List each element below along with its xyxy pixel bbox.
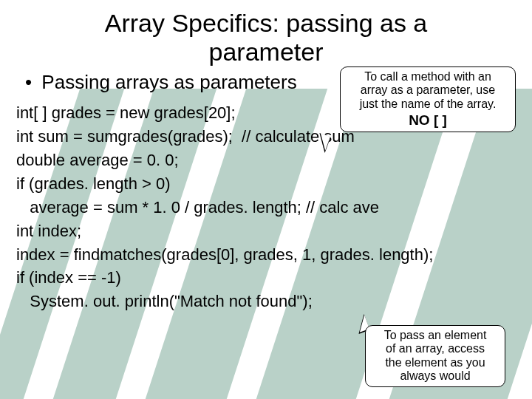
callout-text: To call a method with an <box>348 70 508 83</box>
code-line: int index; <box>16 219 532 243</box>
callout-text: array as a parameter, use <box>348 83 508 97</box>
callout-top: To call a method with an array as a para… <box>340 66 516 132</box>
title-line-1: Array Specifics: passing as a <box>105 9 428 37</box>
code-line: index = findmatches(grades[0], grades, 1… <box>16 243 532 267</box>
bullet-dot-icon: • <box>25 71 32 93</box>
code-line: if (index == -1) <box>16 266 532 290</box>
callout-text: the element as you <box>373 356 497 369</box>
callout-text: To pass an element <box>373 329 497 342</box>
callout-bottom: To pass an element of an array, access t… <box>365 325 505 387</box>
code-sample: int[ ] grades = new grades[20]; int sum … <box>16 101 532 313</box>
callout-text: of an array, access <box>373 342 497 355</box>
callout-text: just the name of the array. <box>348 98 508 111</box>
code-line: average = sum * 1. 0 / grades. length; /… <box>16 196 532 219</box>
title-line-2: parameter <box>209 38 324 66</box>
slide-title: Array Specifics: passing as a parameter <box>0 0 532 66</box>
code-line: double average = 0. 0; <box>16 149 532 172</box>
callout-emphasis: NO [ ] <box>348 112 508 129</box>
bullet-text: Passing arrays as parameters <box>41 71 296 93</box>
code-line: if (grades. length > 0) <box>16 172 532 196</box>
code-line: System. out. println("Match not found"); <box>16 290 532 313</box>
callout-text: always would <box>373 369 497 383</box>
